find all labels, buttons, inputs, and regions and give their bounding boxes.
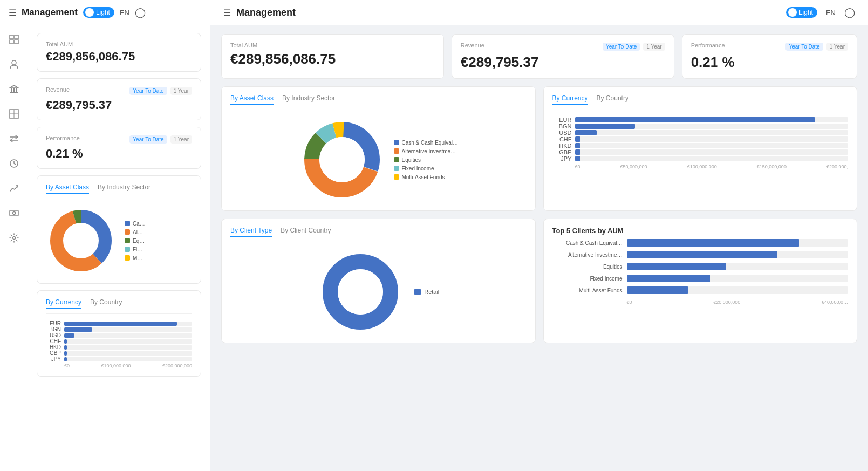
left-performance-label: Performance	[46, 135, 80, 141]
right-asset-card: By Asset Class By Industry Sector	[221, 86, 536, 211]
right-revenue-card: Revenue Year To Date 1 Year €289,795.37	[452, 34, 674, 79]
svg-rect-6	[11, 88, 12, 92]
left-donut-legend: Ca… Al… Eq… Fi…	[125, 221, 145, 261]
client-legend: Retail	[414, 289, 439, 295]
right-revenue-header: Revenue Year To Date 1 Year	[461, 42, 665, 51]
right-revenue-year[interactable]: 1 Year	[643, 43, 665, 51]
top5-row-0: Cash & Cash Equival…	[552, 239, 849, 247]
right-tab-industry[interactable]: By Industry Sector	[282, 94, 335, 105]
client-donut-svg	[317, 249, 404, 335]
svg-rect-2	[10, 40, 13, 44]
left-content: Total AUM €289,856,086.75 Revenue Year T…	[28, 25, 210, 467]
right-bar-hkd: HKD	[552, 142, 849, 149]
left-perf-ytd[interactable]: Year To Date	[129, 135, 167, 144]
right-revenue-value: €289,795.37	[461, 54, 665, 71]
right-revenue-ytd[interactable]: Year To Date	[603, 43, 640, 51]
sidebar-icon-performance[interactable]	[6, 156, 22, 171]
right-currency-axis: €0 €50,000,000 €100,000,000 €150,000,000…	[552, 164, 849, 169]
right-header: ☰ Management Light EN ◯	[210, 0, 868, 25]
theme-toggle[interactable]: Light	[83, 7, 114, 18]
sidebar-icon-money[interactable]	[6, 206, 22, 221]
bottom-row: By Client Type By Client Country Retail	[221, 219, 857, 343]
right-bar-bgn: BGN	[552, 123, 849, 129]
right-tab-asset[interactable]: By Asset Class	[230, 94, 274, 105]
left-total-aum-label: Total AUM	[46, 41, 192, 47]
user-icon[interactable]: ◯	[135, 6, 146, 18]
client-type-card: By Client Type By Client Country Retail	[221, 219, 536, 343]
right-bar-chf: CHF	[552, 136, 849, 142]
right-legend-4: Multi-Asset Funds	[394, 174, 459, 180]
legend-item-3: Fi…	[125, 247, 145, 252]
left-revenue-label: Revenue	[46, 86, 70, 93]
left-tab-industry[interactable]: By Industry Sector	[98, 183, 151, 194]
sidebar-icon-portfolio[interactable]	[6, 106, 22, 121]
top5-row-2: Equities	[552, 263, 849, 270]
bar-row-gbp: GBP	[46, 350, 192, 356]
svg-point-30	[338, 269, 383, 315]
top5-row-1: Alternative Investme…	[552, 251, 849, 258]
right-legend-0: Cash & Cash Equival…	[394, 140, 459, 146]
bar-row-chf: CHF	[46, 338, 192, 344]
right-header-right: Light EN ◯	[786, 6, 855, 18]
sidebar-icon-analytics[interactable]	[6, 181, 22, 196]
left-performance-tabs: Year To Date 1 Year	[129, 135, 192, 144]
legend-item-0: Ca…	[125, 221, 145, 227]
svg-rect-1	[15, 35, 18, 39]
svg-point-4	[12, 60, 16, 65]
legend-item-4: M…	[125, 255, 145, 261]
right-donut-legend: Cash & Cash Equival… Alternative Investm…	[394, 140, 459, 180]
client-donut-wrapper: Retail	[230, 249, 527, 335]
top5-title: Top 5 Clients by AUM	[552, 227, 849, 235]
left-donut-container: Ca… Al… Eq… Fi…	[46, 206, 192, 276]
right-menu-icon[interactable]: ☰	[223, 8, 231, 18]
svg-rect-7	[13, 88, 15, 92]
left-revenue-ytd[interactable]: Year To Date	[129, 87, 167, 95]
left-header: ☰ Management Light EN ◯	[0, 0, 210, 25]
left-menu-icon[interactable]: ☰	[9, 8, 16, 18]
right-donut-svg	[299, 117, 385, 203]
sidebar-icon-settings[interactable]	[6, 230, 22, 245]
sidebar-icon-dashboard[interactable]	[6, 32, 22, 47]
left-tab-currency[interactable]: By Currency	[46, 298, 81, 309]
right-performance-card: Performance Year To Date 1 Year 0.21 %	[682, 34, 857, 79]
right-bar-gbp: GBP	[552, 149, 849, 155]
tab-client-country[interactable]: By Client Country	[281, 227, 331, 237]
right-perf-tabs: Year To Date 1 Year	[785, 43, 848, 51]
right-total-aum-label: Total AUM	[230, 42, 435, 49]
left-revenue-year[interactable]: 1 Year	[170, 87, 192, 95]
left-performance-header: Performance Year To Date 1 Year	[46, 135, 192, 144]
left-total-aum-card: Total AUM €289,856,086.75	[37, 33, 201, 72]
left-tab-asset-class[interactable]: By Asset Class	[46, 183, 89, 194]
svg-point-16	[12, 237, 15, 240]
left-currency-tabs: By Currency By Country	[46, 298, 192, 314]
right-lang-btn[interactable]: EN	[826, 9, 836, 17]
tab-client-type[interactable]: By Client Type	[230, 227, 272, 237]
right-perf-ytd[interactable]: Year To Date	[785, 43, 823, 51]
sidebar-icon-bank[interactable]	[6, 81, 22, 97]
right-tab-currency[interactable]: By Currency	[552, 94, 588, 105]
right-revenue-tabs: Year To Date 1 Year	[603, 43, 665, 51]
right-content: Total AUM €289,856,086.75 Revenue Year T…	[210, 25, 868, 471]
right-theme-toggle[interactable]: Light	[786, 7, 817, 18]
top5-axis: €0 €20,000,000 €40,000,0…	[552, 299, 849, 305]
right-user-icon[interactable]: ◯	[844, 6, 855, 18]
lang-btn[interactable]: EN	[120, 9, 129, 17]
svg-point-28	[319, 137, 365, 182]
sidebar-icon-transfer[interactable]	[6, 131, 22, 146]
top5-card: Top 5 Clients by AUM Cash & Cash Equival…	[543, 219, 858, 343]
left-perf-year[interactable]: 1 Year	[170, 135, 192, 144]
right-tab-country[interactable]: By Country	[597, 94, 628, 105]
top5-list: Cash & Cash Equival… Alternative Investm…	[552, 239, 849, 305]
right-perf-year[interactable]: 1 Year	[826, 43, 848, 51]
svg-point-22	[64, 223, 98, 258]
right-asset-tabs: By Asset Class By Industry Sector	[230, 94, 527, 110]
sidebar-icon-clients[interactable]	[6, 57, 22, 72]
bar-row-eur: EUR	[46, 320, 192, 326]
left-asset-chart-card: By Asset Class By Industry Sector	[37, 175, 201, 284]
right-bar-eur: EUR	[552, 117, 849, 123]
top5-row-4: Multi-Asset Funds	[552, 286, 849, 294]
middle-charts-row: By Asset Class By Industry Sector	[221, 86, 857, 211]
left-tab-country[interactable]: By Country	[90, 298, 122, 309]
left-revenue-card: Revenue Year To Date 1 Year €289,795.37	[37, 78, 201, 120]
left-currency-bars: EUR BGN USD CHF	[46, 320, 192, 368]
